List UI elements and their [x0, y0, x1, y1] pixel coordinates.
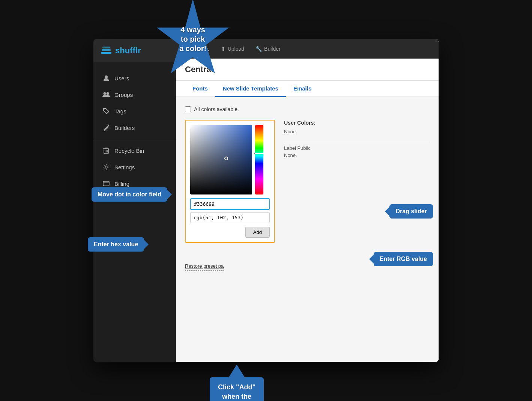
- sidebar-item-label: Tags: [114, 108, 126, 115]
- hex-annotation: Enter hex value: [88, 237, 144, 252]
- sidebar-item-recyclebin[interactable]: Recycle Bin: [93, 142, 176, 159]
- user-colors-section: User Colors: None. Label Public None.: [284, 120, 430, 243]
- hex-bubble: Enter hex value: [88, 237, 144, 252]
- builders-icon: [102, 124, 110, 131]
- color-picker-dot[interactable]: [224, 157, 228, 160]
- move-dot-bubble: Move dot in color field: [92, 187, 167, 202]
- svg-rect-1: [102, 49, 111, 51]
- add-button[interactable]: Add: [245, 227, 270, 238]
- add-annotation: Click "Add"when thecolor isright: [210, 365, 264, 401]
- user-color-none-2: None.: [284, 152, 430, 158]
- users-icon: [102, 74, 110, 82]
- tags-icon: [102, 107, 110, 115]
- star-annotation: 4 waysto picka color!: [152, 0, 234, 80]
- logo-highlight: shufflr: [115, 46, 141, 55]
- rgb-bubble: Enter RGB value: [374, 252, 433, 266]
- rgb-annotation: Enter RGB value: [374, 252, 433, 266]
- sidebar-item-label: Settings: [114, 164, 135, 170]
- sidebar-item-label: Billing: [114, 181, 129, 187]
- tab-emails[interactable]: Emails: [286, 81, 319, 97]
- svg-rect-0: [101, 52, 111, 54]
- hex-input[interactable]: [190, 198, 270, 210]
- svg-point-11: [105, 166, 107, 168]
- svg-point-5: [107, 92, 109, 95]
- groups-icon: [102, 91, 110, 98]
- billing-icon: [102, 180, 110, 187]
- user-colors-title: User Colors:: [284, 120, 430, 126]
- page-wrapper: shufflr Users: [0, 0, 532, 401]
- picker-box: Add: [185, 120, 275, 243]
- svg-point-6: [105, 110, 105, 110]
- move-dot-annotation: Move dot in color field: [92, 187, 167, 202]
- logo-text: shufflr: [115, 46, 141, 56]
- rgb-input[interactable]: [190, 212, 270, 223]
- hue-slider[interactable]: [255, 125, 263, 194]
- sidebar-item-label: Builders: [114, 125, 135, 131]
- svg-rect-12: [103, 181, 109, 186]
- tab-bar: Fonts New Slide Templates Emails: [176, 81, 439, 97]
- sidebar-nav: Users Groups: [93, 62, 176, 362]
- drag-slider-wrapper: Drag slider: [389, 204, 433, 219]
- settings-icon: [102, 163, 110, 171]
- label-public: Label Public: [284, 144, 430, 152]
- builder-icon: 🔧: [255, 46, 262, 52]
- color-field[interactable]: [190, 125, 252, 194]
- recycle-icon: [102, 147, 110, 154]
- add-arrow-up: [228, 365, 245, 378]
- star-text: 4 waysto picka color!: [179, 25, 206, 53]
- add-bubble: Click "Add"when thecolor isright: [210, 377, 264, 401]
- sidebar-item-builders[interactable]: Builders: [93, 119, 176, 136]
- sidebar-item-tags[interactable]: Tags: [93, 103, 176, 119]
- all-colors-label: All colors available.: [194, 106, 239, 112]
- sidebar-item-label: Recycle Bin: [114, 148, 144, 154]
- tab-new-slide-templates[interactable]: New Slide Templates: [215, 81, 286, 97]
- main-content: 📄 Browse ⬆ Upload 🔧 Builder Central Font…: [176, 39, 439, 362]
- nav-divider: [93, 139, 176, 139]
- sidebar-item-groups[interactable]: Groups: [93, 86, 176, 103]
- svg-point-3: [105, 75, 108, 78]
- color-field-wrapper: [190, 125, 270, 194]
- all-colors-checkbox[interactable]: [185, 106, 191, 112]
- sidebar-item-label: Users: [114, 75, 129, 81]
- sidebar-item-label: Groups: [114, 92, 133, 98]
- svg-rect-2: [102, 47, 110, 48]
- content-area: All colors available.: [176, 97, 439, 362]
- tab-fonts[interactable]: Fonts: [185, 81, 215, 97]
- topnav-builder[interactable]: 🔧 Builder: [255, 46, 281, 52]
- all-colors-row: All colors available.: [185, 106, 430, 112]
- hue-indicator: [254, 153, 264, 154]
- screen-container: shufflr Users: [93, 39, 439, 362]
- svg-point-4: [104, 92, 106, 95]
- sidebar-item-settings[interactable]: Settings: [93, 159, 176, 175]
- color-divider: [284, 142, 430, 142]
- color-picker-container: Add User Colors: None. Label Public None…: [185, 120, 430, 243]
- drag-slider-bubble: Drag slider: [389, 204, 433, 219]
- color-gradient: [190, 125, 252, 194]
- user-color-none-1: None.: [284, 129, 430, 134]
- logo-icon: [101, 46, 112, 56]
- restore-preset-link[interactable]: Restore preset pa: [185, 263, 224, 271]
- drag-slider-annotation: Drag slider: [389, 204, 433, 219]
